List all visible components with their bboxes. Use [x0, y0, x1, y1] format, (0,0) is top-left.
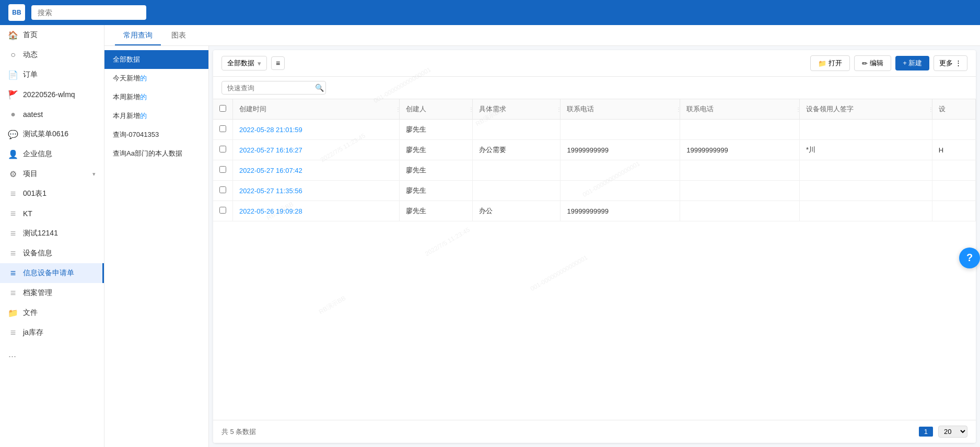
row-phone1: 19999999999: [561, 140, 680, 160]
folder-icon: 📁: [818, 60, 826, 67]
search-input-wrap: 🔍: [221, 81, 326, 95]
query-item-today[interactable]: 今天新增的: [104, 69, 208, 88]
sidebar-item-label: ja库存: [23, 328, 43, 337]
chevron-down-icon: ▾: [92, 171, 96, 178]
row-creator: 廖先生: [399, 201, 472, 221]
col-resize-handle[interactable]: ⋮: [397, 105, 399, 113]
query-item-month[interactable]: 本月新增的: [104, 107, 208, 125]
table-row: 2022-05-27 16:16:27 廖先生 办公需要 19999999999…: [213, 140, 976, 160]
global-search-input[interactable]: [31, 5, 146, 20]
sidebar-item-label: 测试12141: [23, 229, 58, 238]
sidebar-item-table1[interactable]: ≡ 001表1: [0, 184, 104, 204]
row-creator: 廖先生: [399, 181, 472, 201]
sidebar-item-dynamic[interactable]: ○ 动态: [0, 45, 104, 65]
grid-icon: ≡: [8, 189, 18, 198]
row-checkbox[interactable]: [219, 207, 226, 214]
row-requirement: 办公需要: [472, 140, 561, 160]
col-resize-handle[interactable]: ⋮: [797, 105, 799, 113]
query-item-all[interactable]: 全部数据: [104, 50, 208, 69]
sidebar-item-test12141[interactable]: ≡ 测试12141: [0, 224, 104, 243]
sidebar-item-file[interactable]: 📁 文件: [0, 303, 104, 323]
main-content: 常用查询 图表 全部数据 今天新增的 本周新增的 本月新增的: [104, 25, 980, 447]
query-item-query1[interactable]: 查询-07041353: [104, 125, 208, 144]
sidebar-item-home[interactable]: 🏠 首页: [0, 25, 104, 45]
content-area: 全部数据 今天新增的 本周新增的 本月新增的 查询-07041353 查询Aa部…: [104, 46, 980, 447]
data-footer: 共 5 条数据 1 20 50 100: [213, 420, 976, 443]
sidebar-item-kt[interactable]: ≡ KT: [0, 204, 104, 224]
table-row: 2022-05-27 11:35:56 廖先生: [213, 181, 976, 201]
new-button[interactable]: + 新建: [895, 56, 929, 70]
row-phone1: [561, 181, 680, 201]
more-button[interactable]: 更多 ⋮: [934, 55, 967, 71]
sidebar-item-label: 企业信息: [23, 149, 52, 159]
view-selector[interactable]: 全部数据 ▾: [221, 56, 267, 70]
open-button[interactable]: 📁 打开: [810, 55, 850, 71]
row-checkbox-cell: [213, 160, 233, 181]
filter-button[interactable]: ≡: [271, 56, 285, 70]
sidebar-item-chat[interactable]: 💬 测试菜单0616: [0, 124, 104, 144]
sidebar-more[interactable]: ...: [0, 343, 104, 366]
row-checkbox-cell: [213, 120, 233, 140]
sidebar-item-order[interactable]: 📄 订单: [0, 65, 104, 85]
total-label: 共 5 条数据: [221, 427, 256, 437]
sidebar-item-info-device[interactable]: ≡ 信息设备申请单: [0, 263, 104, 283]
row-created-time[interactable]: 2022-05-28 21:01:59: [233, 120, 400, 140]
row-created-time[interactable]: 2022-05-26 19:09:28: [233, 201, 400, 221]
row-checkbox[interactable]: [219, 125, 226, 132]
grid-icon: ≡: [8, 229, 18, 238]
row-device-user: [799, 120, 932, 140]
search-input[interactable]: [227, 84, 315, 92]
row-device-user: *川: [799, 140, 932, 160]
row-requirement: 办公: [472, 201, 561, 221]
edit-button[interactable]: ✏ 编辑: [854, 55, 891, 71]
col-resize-handle[interactable]: ⋮: [558, 105, 560, 113]
header-checkbox-cell: [213, 99, 233, 120]
edit-icon: ✏: [862, 60, 868, 67]
help-button[interactable]: ?: [959, 248, 980, 268]
row-device: H: [932, 140, 975, 160]
row-created-time[interactable]: 2022-05-27 16:07:42: [233, 160, 400, 181]
sidebar-item-ja-stock[interactable]: ≡ ja库存: [0, 323, 104, 343]
chat-icon: 💬: [8, 130, 18, 139]
topbar: BB: [0, 0, 980, 25]
tab-common[interactable]: 常用查询: [115, 27, 161, 45]
select-all-checkbox[interactable]: [219, 105, 226, 112]
row-created-time[interactable]: 2022-05-27 11:35:56: [233, 181, 400, 201]
header-device: 设: [932, 99, 975, 120]
col-resize-handle[interactable]: ⋮: [930, 105, 932, 113]
query-item-week[interactable]: 本周新增的: [104, 88, 208, 107]
row-created-time[interactable]: 2022-05-27 16:16:27: [233, 140, 400, 160]
sidebar-item-project[interactable]: ⚙ 项目 ▾: [0, 164, 104, 184]
col-resize-handle[interactable]: ⋮: [470, 105, 472, 113]
grid-icon: ≡: [8, 288, 18, 298]
sidebar-item-label: KT: [23, 209, 32, 218]
row-device-user: [799, 201, 932, 221]
grid-active-icon: ≡: [8, 268, 18, 278]
sidebar-item-aatest[interactable]: ● aatest: [0, 104, 104, 124]
table-row: 2022-05-28 21:01:59 廖先生: [213, 120, 976, 140]
row-device: [932, 181, 975, 201]
help-icon: ?: [966, 252, 973, 264]
grid-icon: ≡: [8, 249, 18, 258]
row-checkbox[interactable]: [219, 146, 226, 152]
sidebar-item-label: 设备信息: [23, 249, 52, 258]
row-checkbox[interactable]: [219, 166, 226, 173]
row-phone2: [680, 201, 800, 221]
tab-chart[interactable]: 图表: [163, 27, 194, 45]
search-icon: 🔍: [315, 84, 324, 92]
row-checkbox-cell: [213, 181, 233, 201]
sidebar-item-device-info[interactable]: ≡ 设备信息: [0, 243, 104, 263]
sidebar-item-company[interactable]: 👤 企业信息: [0, 144, 104, 164]
page-1-button[interactable]: 1: [919, 427, 933, 437]
sidebar-item-archive[interactable]: ≡ 档案管理: [0, 283, 104, 303]
row-creator: 廖先生: [399, 140, 472, 160]
query-item-query2[interactable]: 查询Aa部门的本人数据: [104, 144, 208, 163]
col-resize-handle[interactable]: ⋮: [678, 105, 680, 113]
row-requirement: [472, 160, 561, 181]
tab-bar: 常用查询 图表: [104, 25, 980, 46]
row-checkbox[interactable]: [219, 186, 226, 193]
sidebar-item-flag[interactable]: 🚩 20220526-wlmq: [0, 85, 104, 104]
data-table-wrap: 创建时间 ⋮ 创建人 ⋮ 具体需求 ⋮: [213, 99, 976, 420]
page-size-select[interactable]: 20 50 100: [938, 426, 967, 438]
row-phone1: [561, 160, 680, 181]
